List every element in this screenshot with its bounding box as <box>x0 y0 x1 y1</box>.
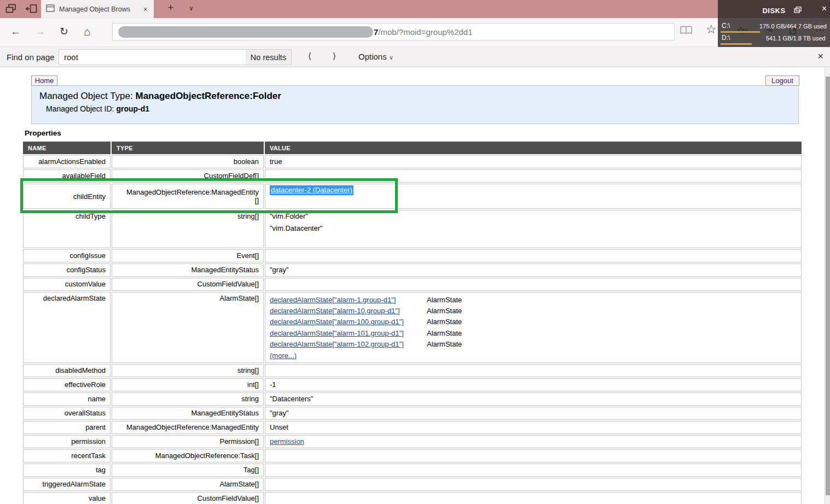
alarm-state-type: AlarmState <box>427 340 462 348</box>
table-row: disabledMethod string[] <box>23 364 802 377</box>
reading-view-icon[interactable] <box>680 25 693 37</box>
table-row: availableField CustomFieldDef[] <box>23 169 802 183</box>
find-results-status: No results <box>246 49 292 65</box>
tab-close-icon[interactable]: × <box>142 5 149 14</box>
property-value: "Datacenters" <box>265 392 802 406</box>
property-type: Permission[] <box>112 435 264 448</box>
property-value: Unset <box>265 421 802 434</box>
property-type: AlarmState[] <box>112 478 264 491</box>
disks-close-icon[interactable]: × <box>822 4 827 14</box>
property-type: string[] <box>112 364 264 377</box>
url-path-text: /mob/?moid=group%2dd1 <box>378 27 472 37</box>
more-link[interactable]: (more...) <box>270 351 297 360</box>
alarm-state-link[interactable]: declaredAlarmState["alarm-102.group-d1"] <box>270 340 427 348</box>
drive-c-usage: 175.0 GB/464.7 GB used <box>759 23 827 30</box>
restore-window-icon[interactable] <box>794 5 802 15</box>
property-name: permission <box>23 435 111 448</box>
property-name: customValue <box>23 278 111 291</box>
property-name: effectiveRole <box>23 378 111 391</box>
property-name: childEntity <box>23 184 111 209</box>
property-type: ManagedEntityStatus <box>112 263 264 277</box>
favorites-star-icon[interactable]: ☆ <box>706 22 717 37</box>
property-type: int[] <box>112 378 264 391</box>
alarm-state-link[interactable]: declaredAlarmState["alarm-101.group-d1"] <box>270 329 427 337</box>
property-name: declaredAlarmState <box>23 292 111 363</box>
table-row: tag Tag[] <box>23 464 802 477</box>
property-type: Event[] <box>112 249 264 262</box>
chevron-down-icon: ∨ <box>389 54 393 61</box>
tab-preview-icon[interactable] <box>5 4 16 16</box>
tab-title: Managed Object Brows <box>59 5 138 13</box>
child-entity-link[interactable]: datacenter-2 (Datacenter) <box>270 185 353 195</box>
alarm-state-link[interactable]: declaredAlarmState["alarm-1.group-d1"] <box>270 296 427 304</box>
table-row-child-entity: childEntity ManagedObjectReference:Manag… <box>23 184 802 209</box>
page-content: Home Logout Managed Object Type: Managed… <box>0 68 830 504</box>
refresh-icon[interactable]: ↻ <box>60 25 68 38</box>
table-row: triggeredAlarmState AlarmState[] <box>23 478 802 491</box>
browser-window: Managed Object Brows × + ∨ ← → ↻ ⌂ 7 /mo… <box>0 0 830 504</box>
find-bar: Find on page No results ⟨ ⟩ Options ∨ × <box>0 46 830 67</box>
property-type: ManagedObjectReference:Task[] <box>112 449 264 462</box>
properties-section-title: Properties <box>25 129 61 137</box>
property-type: Tag[] <box>112 464 264 477</box>
managed-object-type-line: Managed Object Type: ManagedObjectRefere… <box>39 91 798 102</box>
drive-d-label: D:\ <box>722 34 730 42</box>
disks-widget: DISKS × C:\ 175.0 GB/464.7 GB used D:\ 5… <box>718 0 830 47</box>
tab-list-chevron-icon[interactable]: ∨ <box>189 4 194 12</box>
browser-tab[interactable]: Managed Object Brows × <box>41 0 154 18</box>
find-next-icon[interactable]: ⟩ <box>333 51 336 61</box>
scrollbar-track[interactable] <box>825 68 830 504</box>
property-type: ManagedObjectReference:ManagedEntity [] <box>112 184 264 209</box>
property-type: boolean <box>112 155 264 168</box>
property-value <box>265 169 802 183</box>
drive-c-label: C:\ <box>722 22 730 30</box>
property-type: ManagedEntityStatus <box>112 407 264 420</box>
drive-d-usage: 541.1 GB/1.8 TB used <box>766 35 826 42</box>
table-row: name string "Datacenters" <box>23 392 802 406</box>
find-options-button[interactable]: Options ∨ <box>358 52 393 61</box>
property-value <box>265 492 802 504</box>
url-field[interactable]: 7 /mob/?moid=group%2dd1 <box>112 23 675 40</box>
alarm-state-link[interactable]: declaredAlarmState["alarm-100.group-d1"] <box>270 318 427 326</box>
logout-button[interactable]: Logout <box>765 75 799 86</box>
set-tabs-aside-icon[interactable] <box>25 4 37 16</box>
alarm-state-type: AlarmState <box>427 329 462 337</box>
disks-widget-title: DISKS <box>718 7 830 15</box>
column-header-value: VALUE <box>265 142 802 154</box>
find-close-icon[interactable]: × <box>817 50 823 62</box>
alarm-state-type: AlarmState <box>427 296 462 304</box>
property-type: string <box>112 392 264 406</box>
column-header-type: TYPE <box>112 142 264 154</box>
find-on-page-label: Find on page <box>7 52 55 62</box>
property-value: true <box>265 155 802 168</box>
back-icon[interactable]: ← <box>10 25 21 38</box>
property-value: "gray" <box>265 407 802 420</box>
url-host-text: 7 <box>374 27 378 37</box>
table-row: effectiveRole int[] -1 <box>23 378 802 391</box>
find-previous-icon[interactable]: ⟨ <box>308 51 311 61</box>
redacted-url-blob <box>118 26 373 38</box>
table-row-declared-alarm-state: declaredAlarmState AlarmState[] declared… <box>23 292 802 363</box>
find-input[interactable] <box>59 49 246 65</box>
table-row: recentTask ManagedObjectReference:Task[] <box>23 449 802 462</box>
property-type: CustomFieldValue[] <box>112 278 264 291</box>
address-bar: ← → ↻ ⌂ 7 /mob/?moid=group%2dd1 ☆ ✎ ⋯ <box>0 18 830 46</box>
property-name: childType <box>23 210 111 248</box>
home-button[interactable]: Home <box>31 75 57 86</box>
permission-link[interactable]: permission <box>270 437 304 446</box>
column-header-name: NAME <box>23 142 111 154</box>
table-row: parent ManagedObjectReference:ManagedEnt… <box>23 421 802 434</box>
home-icon[interactable]: ⌂ <box>84 25 91 38</box>
table-header-row: NAME TYPE VALUE <box>23 142 802 154</box>
table-row: value CustomFieldValue[] <box>23 492 802 504</box>
scrollbar-thumb[interactable] <box>826 77 830 495</box>
drive-d-usage-bar <box>721 43 752 45</box>
table-row: overallStatus ManagedEntityStatus "gray" <box>23 407 802 420</box>
table-row: configIssue Event[] <box>23 249 802 262</box>
property-name: overallStatus <box>23 407 111 420</box>
managed-object-type-value: ManagedObjectReference:Folder <box>135 91 281 101</box>
new-tab-button[interactable]: + <box>164 2 177 14</box>
forward-icon[interactable]: → <box>35 25 45 38</box>
property-name: alarmActionsEnabled <box>23 155 111 168</box>
alarm-state-link[interactable]: declaredAlarmState["alarm-10.group-d1"] <box>270 307 427 315</box>
